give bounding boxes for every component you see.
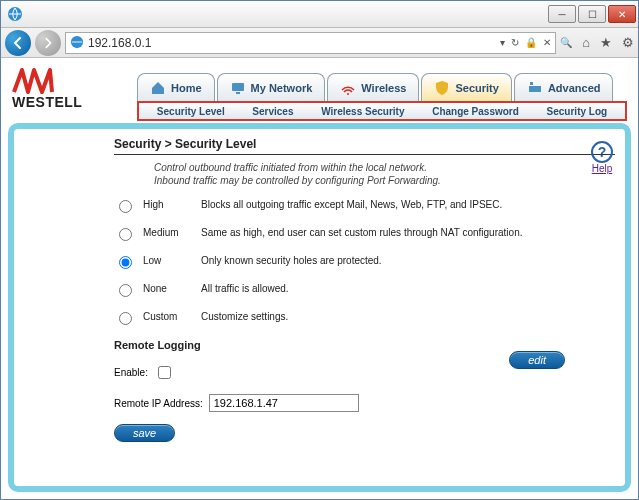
option-label: High	[143, 199, 193, 210]
forward-button[interactable]	[35, 30, 61, 56]
subtab-services[interactable]: Services	[252, 106, 293, 117]
radio-low[interactable]	[119, 256, 132, 269]
lock-icon: 🔒	[525, 37, 537, 48]
home-tab-icon	[150, 80, 166, 96]
security-tab-icon	[434, 80, 450, 96]
tools-icon[interactable]: ⚙	[622, 35, 634, 50]
dropdown-icon[interactable]: ▾	[500, 37, 505, 48]
content-frame: Security > Security Level Control outbou…	[8, 123, 631, 492]
option-desc: Customize settings.	[201, 311, 615, 322]
radio-medium[interactable]	[119, 228, 132, 241]
tab-advanced[interactable]: Advanced	[514, 73, 614, 101]
westell-mark-icon	[12, 66, 54, 94]
search-icon[interactable]: 🔍	[560, 37, 572, 48]
ie-page-icon	[70, 35, 84, 51]
description-line: Control outbound traffic initiated from …	[24, 161, 615, 174]
browser-toolbar: 192.168.0.1 ▾ ↻ 🔒 ✕ 🔍 ⌂ ★ ⚙	[1, 28, 638, 58]
subtab-security-log[interactable]: Security Log	[547, 106, 608, 117]
help-icon[interactable]: ?	[591, 141, 613, 163]
remote-ip-input[interactable]	[209, 394, 359, 412]
home-icon[interactable]: ⌂	[582, 35, 590, 50]
tab-label: My Network	[251, 82, 313, 94]
enable-checkbox[interactable]	[158, 366, 171, 379]
description-line: Inbound traffic may be controlled by con…	[24, 174, 615, 187]
svg-point-4	[347, 93, 349, 95]
option-desc: All traffic is allowed.	[201, 283, 615, 294]
radio-high[interactable]	[119, 200, 132, 213]
tab-home[interactable]: Home	[137, 73, 215, 101]
enable-label: Enable:	[114, 367, 148, 378]
tab-my-network[interactable]: My Network	[217, 73, 326, 101]
brand-logo: WESTELL	[12, 66, 82, 110]
option-desc: Same as high, end user can set custom ru…	[201, 227, 615, 238]
main-tabs: Home My Network Wireless Security Advanc…	[137, 73, 627, 101]
tab-wireless[interactable]: Wireless	[327, 73, 419, 101]
favorites-icon[interactable]: ★	[600, 35, 612, 50]
remote-logging-heading: Remote Logging	[24, 339, 615, 351]
subtab-bar: Security Level Services Wireless Securit…	[137, 101, 627, 121]
svg-rect-5	[529, 86, 541, 92]
window-titlebar: ─ ☐ ✕	[1, 1, 638, 28]
wireless-tab-icon	[340, 80, 356, 96]
brand-name: WESTELL	[12, 94, 82, 110]
radio-custom[interactable]	[119, 312, 132, 325]
svg-rect-3	[236, 92, 240, 94]
network-tab-icon	[230, 80, 246, 96]
address-bar[interactable]: 192.168.0.1 ▾ ↻ 🔒 ✕	[65, 32, 556, 54]
option-desc: Only known security holes are protected.	[201, 255, 615, 266]
tab-label: Home	[171, 82, 202, 94]
remote-ip-label: Remote IP Address:	[114, 398, 203, 409]
svg-rect-6	[530, 82, 533, 85]
tab-label: Wireless	[361, 82, 406, 94]
tab-label: Security	[455, 82, 498, 94]
window-close-button[interactable]: ✕	[608, 5, 636, 23]
help-link[interactable]: Help	[592, 163, 613, 174]
subtab-security-level[interactable]: Security Level	[157, 106, 225, 117]
save-button[interactable]: save	[114, 424, 175, 442]
option-desc: Blocks all outgoing traffic except Mail,…	[201, 199, 615, 210]
tab-security[interactable]: Security	[421, 73, 511, 101]
breadcrumb: Security > Security Level	[24, 133, 615, 154]
page-content: WESTELL Home My Network Wireless Securit…	[2, 61, 637, 498]
radio-none[interactable]	[119, 284, 132, 297]
back-button[interactable]	[5, 30, 31, 56]
advanced-tab-icon	[527, 80, 543, 96]
edit-button[interactable]: edit	[509, 351, 565, 369]
option-label: Medium	[143, 227, 193, 238]
option-label: Custom	[143, 311, 193, 322]
option-label: Low	[143, 255, 193, 266]
stop-icon[interactable]: ✕	[543, 37, 551, 48]
subtab-wireless-security[interactable]: Wireless Security	[321, 106, 404, 117]
window-minimize-button[interactable]: ─	[548, 5, 576, 23]
ie-icon	[7, 6, 23, 22]
divider	[114, 154, 615, 155]
window-maximize-button[interactable]: ☐	[578, 5, 606, 23]
svg-rect-2	[232, 83, 244, 91]
address-text[interactable]: 192.168.0.1	[88, 36, 496, 50]
option-label: None	[143, 283, 193, 294]
tab-label: Advanced	[548, 82, 601, 94]
security-level-options: High Blocks all outgoing traffic except …	[24, 187, 615, 325]
refresh-icon[interactable]: ↻	[511, 37, 519, 48]
help-block: ? Help	[591, 141, 613, 174]
subtab-change-password[interactable]: Change Password	[432, 106, 519, 117]
